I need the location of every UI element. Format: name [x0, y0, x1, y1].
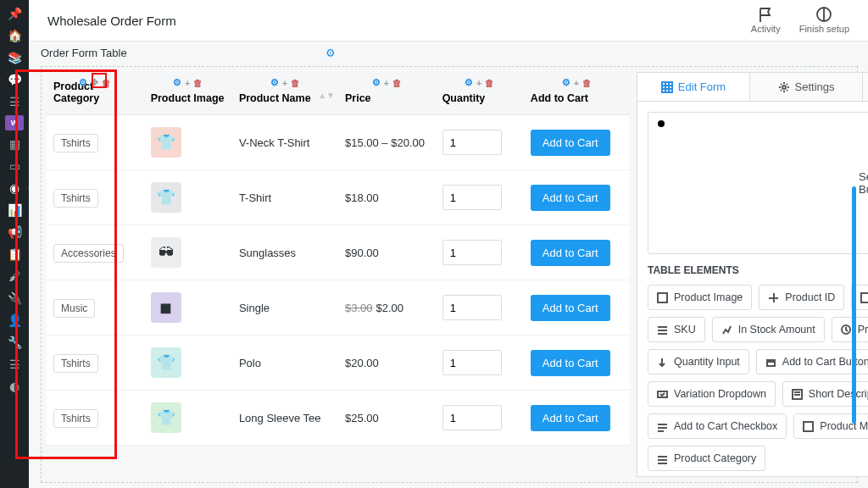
users-icon[interactable]: ▭ — [6, 158, 23, 175]
quantity-input[interactable] — [442, 240, 502, 265]
product-thumbnail[interactable]: 👕 — [151, 347, 181, 378]
wholesale-icon[interactable]: ◉ — [6, 180, 23, 197]
add-to-cart-button[interactable]: Add to Cart — [531, 240, 610, 266]
marketing-icon[interactable]: 📢 — [6, 224, 23, 241]
element-chip[interactable]: Add to Cart Checkbox — [648, 413, 787, 439]
table-row: Tshirts 👕 V-Neck T-Shirt $15.00 – $20.00… — [47, 115, 630, 170]
add-to-cart-button[interactable]: Add to Cart — [531, 130, 610, 156]
trash-icon[interactable]: 🗑 — [392, 78, 402, 88]
posts-icon[interactable]: 📚 — [6, 49, 23, 66]
col-header-cart[interactable]: ⚙+🗑 Add to Cart — [524, 72, 630, 115]
chip-icon — [721, 324, 732, 336]
element-chip[interactable]: Product Image — [648, 285, 752, 310]
quantity-input[interactable] — [442, 350, 502, 375]
category-badge[interactable]: Tshirts — [53, 409, 98, 428]
element-chip[interactable]: In Stock Amount — [712, 317, 825, 342]
panel-scrollbar[interactable] — [852, 186, 856, 424]
quantity-input[interactable] — [442, 185, 502, 210]
element-chip[interactable]: Product ID — [759, 285, 844, 310]
category-badge[interactable]: Accessories — [53, 244, 124, 263]
wp-admin-sidebar: 📌 🏠 📚 💬 ☰ W ▦ ▭ ◉ 📊 📢 📋 🖌 🔌 👤 🔧 ☰ ◐ — [0, 0, 29, 488]
gear-icon[interactable]: ⚙ — [270, 77, 279, 88]
plus-icon[interactable]: + — [476, 78, 481, 88]
product-thumbnail[interactable]: 👕 — [151, 402, 181, 433]
quantity-input[interactable] — [442, 295, 502, 320]
element-chip[interactable]: Variation Dropdown — [648, 381, 776, 407]
table-row: Music ◼ Single $3.00$2.00 Add to Cart — [47, 280, 630, 336]
move-icon[interactable]: ✥ — [91, 77, 98, 88]
order-form-table: ⚙✥🗑 Product Category ⚙+🗑 Product Image ⚙… — [47, 72, 630, 477]
col-header-image[interactable]: ⚙+🗑 Product Image — [144, 72, 232, 115]
comments-icon[interactable]: 💬 — [6, 71, 23, 88]
svg-rect-10 — [804, 422, 813, 431]
svg-point-3 — [658, 120, 665, 127]
plugins-icon[interactable]: 🔌 — [6, 290, 23, 307]
gear-icon[interactable]: ⚙ — [173, 77, 181, 88]
woo-icon[interactable]: W — [5, 115, 24, 130]
finish-setup-button[interactable]: Finish setup — [799, 7, 849, 34]
pin-icon[interactable]: 📌 — [6, 5, 23, 22]
product-thumbnail[interactable]: 🕶 — [151, 237, 181, 268]
gear-icon[interactable]: ⚙ — [79, 77, 87, 88]
quantity-input[interactable] — [442, 405, 502, 430]
add-to-cart-button[interactable]: Add to Cart — [531, 295, 610, 321]
media-icon[interactable]: ☰ — [6, 93, 23, 110]
category-badge[interactable]: Music — [53, 299, 95, 318]
gear-icon[interactable]: ⚙ — [465, 77, 473, 88]
activity-button[interactable]: Activity — [751, 7, 781, 34]
tab-settings[interactable]: Settings — [750, 73, 863, 101]
plus-icon[interactable]: + — [384, 78, 389, 88]
sort-icon[interactable]: ▲▼ — [318, 91, 335, 100]
tools-icon[interactable]: 🔧 — [6, 334, 23, 351]
add-to-cart-button[interactable]: Add to Cart — [531, 185, 610, 211]
product-thumbnail[interactable]: 👕 — [151, 182, 181, 213]
product-name-cell: V-Neck T-Shirt — [232, 115, 338, 170]
trash-icon[interactable]: 🗑 — [485, 78, 494, 88]
collapse-icon[interactable]: ◐ — [6, 378, 23, 395]
gear-icon[interactable]: ⚙ — [372, 77, 381, 88]
col-header-price[interactable]: ⚙+🗑 Price — [338, 72, 436, 115]
svg-point-2 — [782, 86, 786, 89]
user-icon[interactable]: 👤 — [6, 312, 23, 329]
tab-locations[interactable]: Locations — [863, 73, 868, 101]
trash-icon[interactable]: 🗑 — [582, 78, 592, 88]
trash-icon[interactable]: 🗑 — [291, 78, 300, 88]
quantity-input[interactable] — [442, 130, 502, 155]
gear-icon[interactable]: ⚙ — [562, 77, 570, 88]
element-chip[interactable]: Product Category — [648, 446, 765, 471]
element-chip[interactable]: Quantity Input — [648, 349, 749, 374]
category-badge[interactable]: Tshirts — [53, 354, 98, 373]
trash-icon[interactable]: 🗑 — [102, 78, 111, 88]
tab-edit-form[interactable]: Edit Form — [637, 73, 750, 101]
chip-icon — [657, 389, 668, 400]
dashboard-icon[interactable]: 🏠 — [6, 27, 23, 44]
svg-rect-4 — [658, 293, 667, 302]
element-chip[interactable]: SKU — [648, 317, 705, 342]
product-thumbnail[interactable]: 👕 — [151, 127, 181, 158]
brush-icon[interactable]: 🖌 — [6, 268, 23, 285]
element-chip[interactable]: Price — [832, 317, 868, 342]
plus-icon[interactable]: + — [574, 78, 579, 88]
chip-icon — [657, 421, 668, 432]
col-header-name[interactable]: ⚙+🗑 Product Name ▲▼ — [232, 72, 338, 115]
price-cell: $15.00 – $20.00 — [338, 115, 436, 170]
col-header-quantity[interactable]: ⚙+🗑 Quantity — [436, 72, 524, 115]
search-clear-chip[interactable]: Search and Clear Buttons — [648, 112, 868, 254]
chip-icon — [765, 357, 776, 368]
clipboard-icon[interactable]: 📋 — [6, 246, 23, 263]
settings-icon[interactable]: ☰ — [6, 356, 23, 373]
trash-icon[interactable]: 🗑 — [193, 78, 203, 88]
product-thumbnail[interactable]: ◼ — [151, 292, 181, 323]
stats-icon[interactable]: 📊 — [6, 202, 23, 219]
add-to-cart-button[interactable]: Add to Cart — [531, 405, 610, 431]
section-gear-icon[interactable]: ⚙ — [326, 47, 336, 59]
plus-icon[interactable]: + — [185, 78, 190, 88]
products-icon[interactable]: ▦ — [6, 136, 23, 152]
col-header-category[interactable]: ⚙✥🗑 Product Category — [47, 72, 144, 115]
add-to-cart-button[interactable]: Add to Cart — [531, 350, 610, 376]
category-badge[interactable]: Tshirts — [53, 189, 98, 208]
category-badge[interactable]: Tshirts — [53, 134, 98, 152]
price-cell: $3.00$2.00 — [338, 280, 436, 336]
plus-icon[interactable]: + — [282, 78, 287, 88]
element-chip[interactable]: Product Meta — [793, 413, 868, 439]
